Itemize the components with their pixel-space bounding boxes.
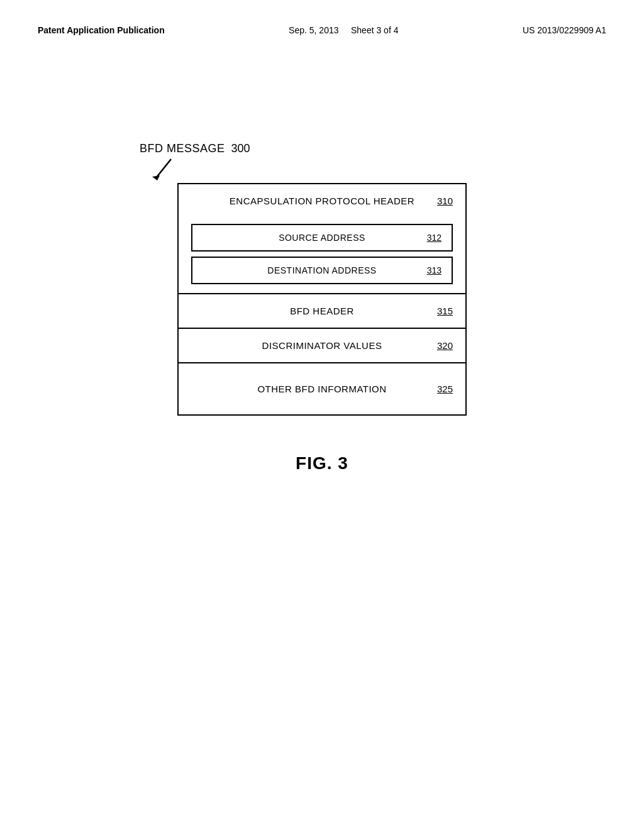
destination-address-number: 313 [427, 265, 441, 275]
bfd-header-label: BFD HEADER [290, 306, 354, 316]
discriminator-number: 320 [437, 340, 453, 351]
inner-boxes-container: SOURCE ADDRESS 312 DESTINATION ADDRESS 3… [179, 218, 465, 293]
svg-line-0 [156, 159, 171, 178]
encapsulation-header-row: ENCAPSULATION PROTOCOL HEADER 310 [179, 184, 465, 218]
encapsulation-section: ENCAPSULATION PROTOCOL HEADER 310 SOURCE… [179, 184, 465, 294]
bfd-header-section: BFD HEADER 315 [179, 294, 465, 329]
bfd-label-area: BFD MESSAGE 300 [140, 142, 250, 183]
bfd-arrow-icon [151, 158, 176, 183]
destination-address-label: DESTINATION ADDRESS [267, 265, 376, 275]
source-address-number: 312 [427, 233, 441, 243]
page: Patent Application Publication Sep. 5, 2… [0, 0, 644, 830]
bfd-header-number: 315 [437, 306, 453, 316]
header-sheet: Sheet 3 of 4 [351, 25, 399, 35]
page-header: Patent Application Publication Sep. 5, 2… [38, 25, 606, 42]
bfd-message-label-row: BFD MESSAGE 300 [177, 142, 288, 183]
discriminator-label: DISCRIMINATOR VALUES [262, 340, 382, 351]
source-address-label: SOURCE ADDRESS [279, 233, 365, 243]
bfd-message-number: 300 [231, 142, 250, 155]
figure-label: FIG. 3 [38, 453, 606, 473]
header-publication-label: Patent Application Publication [38, 25, 165, 35]
bfd-message-text: BFD MESSAGE [140, 142, 225, 155]
arrow-svg [151, 158, 176, 180]
encapsulation-label: ENCAPSULATION PROTOCOL HEADER [230, 196, 414, 206]
discriminator-section: DISCRIMINATOR VALUES 320 [179, 329, 465, 363]
svg-marker-1 [152, 175, 160, 180]
other-bfd-section: OTHER BFD INFORMATION 325 [179, 363, 465, 414]
header-date: Sep. 5, 2013 [289, 25, 338, 35]
other-bfd-number: 325 [437, 384, 453, 394]
header-date-sheet: Sep. 5, 2013 Sheet 3 of 4 [289, 25, 398, 35]
main-content: BFD MESSAGE 300 [38, 142, 606, 473]
destination-address-box: DESTINATION ADDRESS 313 [191, 257, 453, 284]
encapsulation-number: 310 [437, 196, 453, 206]
header-patent-number: US 2013/0229909 A1 [523, 25, 606, 35]
other-bfd-label: OTHER BFD INFORMATION [257, 384, 386, 394]
source-address-box: SOURCE ADDRESS 312 [191, 224, 453, 252]
diagram-container: BFD MESSAGE 300 [177, 142, 467, 416]
bfd-message-box: ENCAPSULATION PROTOCOL HEADER 310 SOURCE… [177, 183, 467, 416]
bfd-message-title: BFD MESSAGE 300 [140, 142, 250, 155]
